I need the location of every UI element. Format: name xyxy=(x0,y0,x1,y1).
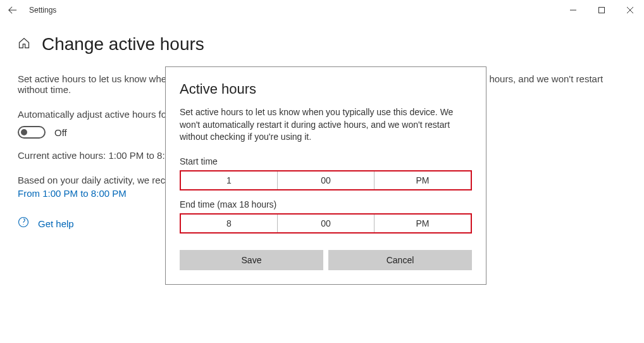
end-time-picker[interactable]: 8 00 PM xyxy=(180,213,472,234)
svg-rect-1 xyxy=(598,7,604,13)
back-button[interactable] xyxy=(0,0,25,20)
start-minute[interactable]: 00 xyxy=(278,172,375,189)
end-hour[interactable]: 8 xyxy=(181,215,278,232)
start-time-picker[interactable]: 1 00 PM xyxy=(180,170,472,190)
close-icon xyxy=(627,7,633,13)
back-arrow-icon xyxy=(8,6,17,15)
page-header: Change active hours xyxy=(18,34,626,54)
end-ampm[interactable]: PM xyxy=(375,215,471,232)
dialog-title: Active hours xyxy=(180,81,472,97)
auto-adjust-toggle[interactable] xyxy=(18,126,46,139)
dialog-buttons: Save Cancel xyxy=(180,250,472,270)
minimize-icon xyxy=(570,7,576,13)
window-title: Settings xyxy=(25,6,559,15)
start-time-label: Start time xyxy=(180,156,472,166)
close-button[interactable] xyxy=(616,0,644,20)
page-title: Change active hours xyxy=(42,34,204,54)
end-minute[interactable]: 00 xyxy=(278,215,375,232)
home-icon[interactable] xyxy=(18,37,30,53)
save-button[interactable]: Save xyxy=(180,250,323,270)
get-help-link[interactable]: Get help xyxy=(38,218,74,229)
start-hour[interactable]: 1 xyxy=(181,172,278,189)
active-hours-dialog: Active hours Set active hours to let us … xyxy=(165,66,486,285)
cancel-button[interactable]: Cancel xyxy=(328,250,472,270)
toggle-knob xyxy=(21,129,27,135)
title-bar: Settings xyxy=(0,0,644,20)
toggle-state-label: Off xyxy=(54,127,67,138)
maximize-icon xyxy=(598,7,605,13)
help-icon xyxy=(18,216,29,230)
maximize-button[interactable] xyxy=(587,0,616,20)
window-controls xyxy=(559,0,644,20)
dialog-description: Set active hours to let us know when you… xyxy=(180,106,472,144)
end-time-label: End time (max 18 hours) xyxy=(180,199,472,209)
start-ampm[interactable]: PM xyxy=(375,172,471,189)
svg-point-4 xyxy=(23,224,23,225)
minimize-button[interactable] xyxy=(559,0,587,20)
